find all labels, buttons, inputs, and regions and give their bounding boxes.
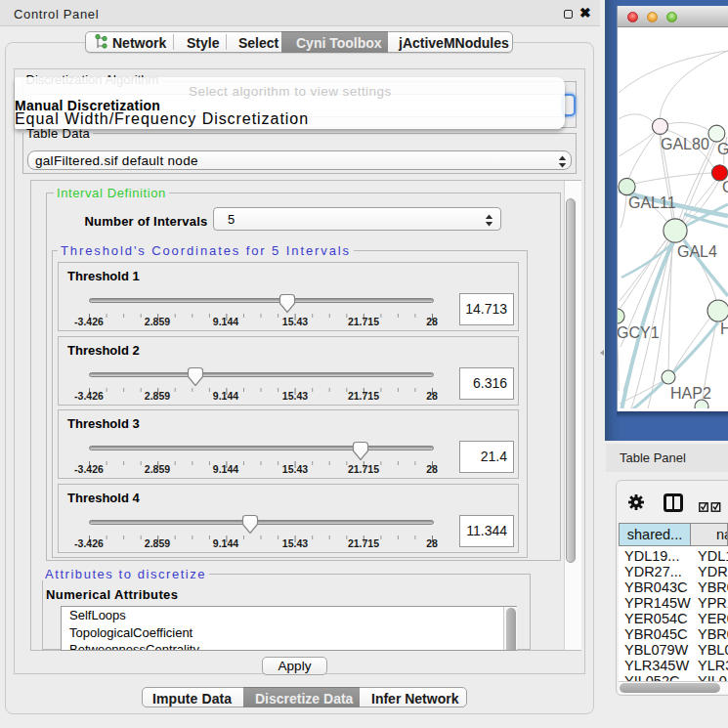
svg-text:GAL80: GAL80 xyxy=(661,136,709,152)
svg-text:G.: G. xyxy=(717,141,728,157)
svg-text:C: C xyxy=(722,179,728,195)
svg-text:HAP2: HAP2 xyxy=(670,385,711,402)
svg-text:H: H xyxy=(720,321,728,337)
svg-text:GCY1: GCY1 xyxy=(618,324,660,341)
svg-text:GAL4: GAL4 xyxy=(677,243,717,260)
svg-text:GAL11: GAL11 xyxy=(628,194,676,211)
